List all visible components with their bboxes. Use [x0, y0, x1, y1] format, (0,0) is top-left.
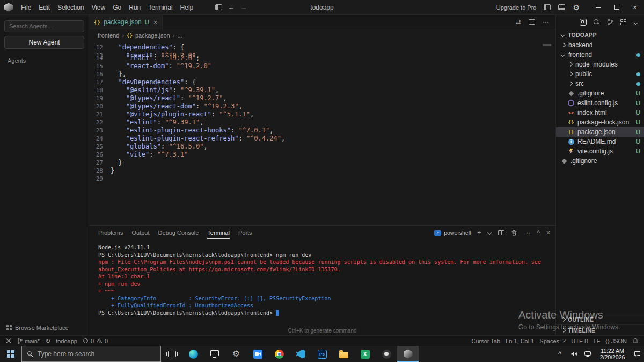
- file-explorer-button[interactable]: [333, 346, 354, 362]
- menu-run[interactable]: Run: [125, 2, 144, 13]
- forward-icon[interactable]: →: [240, 4, 247, 11]
- tree-item-package-json[interactable]: {}package.jsonU: [556, 127, 644, 137]
- extensions-icon[interactable]: [620, 19, 626, 25]
- search-agents-input[interactable]: [4, 20, 84, 32]
- section-outline[interactable]: OUTLINE: [556, 314, 644, 324]
- remote-indicator-icon[interactable]: [5, 338, 12, 344]
- menu-help[interactable]: Help: [177, 2, 197, 13]
- explorer-view-icon[interactable]: [580, 19, 587, 26]
- status--json[interactable]: {} JSON: [605, 338, 627, 344]
- tray-expand-button[interactable]: ^: [553, 346, 567, 362]
- start-button[interactable]: [0, 346, 21, 362]
- terminal-content[interactable]: Node.js v24.11.1PS C:\Users\1LUV\Documen…: [89, 240, 555, 316]
- minimize-button[interactable]: [589, 0, 608, 15]
- tree-item-backend[interactable]: backend: [556, 40, 644, 50]
- breadcrumb-folder[interactable]: frontend: [98, 32, 119, 39]
- github-app-button[interactable]: [376, 346, 397, 362]
- edge-app-button[interactable]: [182, 346, 204, 362]
- new-terminal-icon[interactable]: +: [477, 229, 481, 237]
- section-timeline[interactable]: TIMELINE: [556, 324, 644, 335]
- line-number: 29: [89, 175, 111, 183]
- menu-selection[interactable]: Selection: [54, 2, 87, 13]
- display-app-button[interactable]: [204, 346, 225, 362]
- breadcrumb-file[interactable]: package.json: [135, 32, 170, 39]
- new-agent-button[interactable]: New Agent: [4, 36, 84, 49]
- back-icon[interactable]: ←: [228, 4, 235, 11]
- tree-item--gitignore[interactable]: .gitignoreU: [556, 88, 644, 98]
- task-view-button[interactable]: [161, 346, 182, 362]
- terminal-more-actions-icon[interactable]: ···: [524, 229, 530, 237]
- status-lf[interactable]: LF: [593, 338, 600, 344]
- toggle-panel-icon[interactable]: [558, 4, 565, 10]
- maximize-panel-icon[interactable]: ^: [537, 229, 540, 237]
- panel-tab-output[interactable]: Output: [131, 227, 149, 239]
- tree-item-frontend[interactable]: frontend: [556, 50, 644, 60]
- toggle-sidebar-icon[interactable]: [215, 4, 222, 10]
- cursor-app-button[interactable]: [397, 346, 419, 362]
- terminal-profile-dropdown-icon[interactable]: [487, 231, 492, 235]
- tab-package-json[interactable]: {} package.json U ×: [89, 15, 163, 29]
- tab-close-icon[interactable]: ×: [153, 18, 158, 26]
- notifications-bell-icon[interactable]: [632, 337, 639, 344]
- network-button[interactable]: [581, 346, 595, 362]
- tree-item-src[interactable]: src: [556, 79, 644, 88]
- close-panel-icon[interactable]: ×: [546, 229, 550, 237]
- panel-tab-ports[interactable]: Ports: [238, 227, 252, 239]
- volume-button[interactable]: [567, 346, 581, 362]
- vscode-app-button[interactable]: [290, 346, 311, 362]
- compare-changes-icon[interactable]: ⇄: [516, 18, 521, 26]
- line-number: 25: [89, 143, 111, 151]
- project-status[interactable]: todoapp: [56, 338, 77, 344]
- status-spaces-2[interactable]: Spaces: 2: [539, 338, 566, 344]
- tree-item-node-modules[interactable]: node_modules: [556, 60, 644, 69]
- taskbar-search-box[interactable]: [21, 346, 161, 362]
- settings-gear-icon[interactable]: ⚙: [573, 4, 580, 11]
- excel-app-button[interactable]: X: [354, 346, 376, 362]
- kill-terminal-icon[interactable]: [511, 230, 517, 237]
- clock[interactable]: 11:22 AM 2/20/2026: [595, 348, 630, 360]
- status-cursor-tab[interactable]: Cursor Tab: [472, 338, 501, 344]
- photoshop-app-button[interactable]: Ps: [311, 346, 333, 362]
- menu-terminal[interactable]: Terminal: [144, 2, 176, 13]
- layout-panel-icon[interactable]: [544, 4, 551, 10]
- explorer-root-header[interactable]: TODOAPP: [556, 29, 644, 40]
- tree-item--gitignore[interactable]: .gitignore: [556, 156, 644, 166]
- settings-app-button[interactable]: ⚙: [225, 346, 247, 362]
- code-area[interactable]: 12 "dependencies": {13 "react": "^19.2.0…: [89, 41, 555, 225]
- tree-item-public[interactable]: public: [556, 69, 644, 79]
- upgrade-to-pro-button[interactable]: Upgrade to Pro: [496, 4, 537, 11]
- search-icon[interactable]: [594, 19, 600, 26]
- maximize-button[interactable]: [608, 0, 626, 15]
- problems-status[interactable]: 0 0: [83, 338, 108, 344]
- code-token: "@eslint/js": [111, 86, 173, 94]
- tree-item-index-html[interactable]: <>index.htmlU: [556, 108, 644, 117]
- menu-edit[interactable]: Edit: [35, 2, 54, 13]
- split-terminal-icon[interactable]: [498, 230, 504, 235]
- tree-item-readme-md[interactable]: iREADME.mdU: [556, 137, 644, 146]
- status-ln-1-col-1[interactable]: Ln 1, Col 1: [506, 338, 534, 344]
- taskbar-search-input[interactable]: [38, 350, 145, 358]
- panel-tab-terminal[interactable]: Terminal: [207, 227, 230, 239]
- action-center-button[interactable]: [630, 346, 644, 362]
- sync-icon[interactable]: ↻: [45, 337, 50, 345]
- browse-marketplace-button[interactable]: Browse Marketplace: [4, 324, 84, 331]
- status-utf-8[interactable]: UTF-8: [571, 338, 588, 344]
- panel-tab-debug-console[interactable]: Debug Console: [158, 227, 199, 239]
- close-window-button[interactable]: ×: [626, 0, 644, 15]
- zoom-app-button[interactable]: [247, 346, 268, 362]
- editor-more-actions-icon[interactable]: ···: [543, 18, 549, 26]
- tree-item-eslint-config-js[interactable]: eslint.config.jsU: [556, 98, 644, 108]
- source-control-icon[interactable]: [607, 19, 613, 26]
- menu-view[interactable]: View: [87, 2, 109, 13]
- menu-go[interactable]: Go: [109, 2, 125, 13]
- menu-file[interactable]: File: [17, 2, 35, 13]
- sidebar-chevron-down-icon[interactable]: [633, 20, 639, 25]
- chrome-app-button[interactable]: [268, 346, 290, 362]
- split-editor-icon[interactable]: [529, 19, 535, 25]
- panel-tab-problems[interactable]: Problems: [98, 227, 123, 239]
- breadcrumb-symbol[interactable]: ...: [177, 32, 182, 39]
- shell-chip[interactable]: > powershell: [434, 230, 471, 236]
- git-branch-status[interactable]: main*: [17, 338, 40, 344]
- tree-item-vite-config-js[interactable]: vite.config.jsU: [556, 146, 644, 156]
- tree-item-package-lock-json[interactable]: {}package-lock.jsonU: [556, 117, 644, 127]
